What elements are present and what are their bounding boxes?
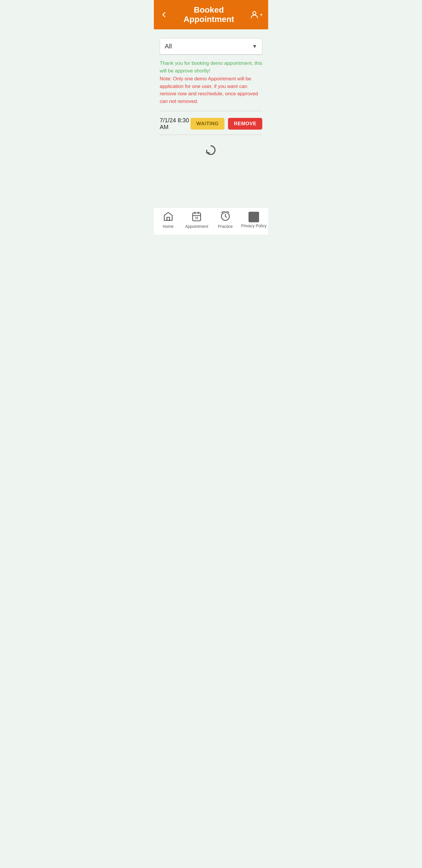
waiting-button[interactable]: WAITING: [191, 118, 225, 130]
user-menu-button[interactable]: ▾: [250, 10, 262, 19]
refresh-container: [160, 135, 262, 162]
filter-dropdown[interactable]: All ▼: [160, 38, 262, 55]
svg-text:31: 31: [195, 216, 198, 220]
filter-selected-label: All: [165, 42, 172, 50]
info-green-text: Thank you for booking demo appointment, …: [160, 60, 262, 74]
svg-rect-1: [167, 217, 169, 220]
nav-label-appointment: Appointment: [185, 224, 208, 229]
calendar-icon: 31: [191, 211, 202, 223]
nav-label-practice: Practice: [218, 224, 233, 229]
info-red-text: Note: Only one demo Appointment will be …: [160, 75, 262, 105]
nav-label-home: Home: [163, 224, 173, 229]
page-title: Booked Appointment: [168, 5, 250, 24]
appointment-datetime: 7/1/24 8:30 AM: [160, 117, 191, 130]
remove-button[interactable]: REMOVE: [228, 118, 262, 130]
nav-label-privacy: Privacy Policy: [241, 223, 267, 228]
nav-item-privacy[interactable]: Privacy Policy: [240, 212, 268, 228]
nav-item-practice[interactable]: Practice: [211, 211, 240, 229]
clock-icon: [220, 211, 231, 223]
svg-point-0: [253, 11, 256, 15]
back-button[interactable]: [160, 10, 168, 19]
info-divider: [160, 111, 262, 111]
info-message-block: Thank you for booking demo appointment, …: [160, 55, 262, 108]
nav-item-home[interactable]: Home: [154, 211, 183, 229]
appointment-actions: WAITING REMOVE: [191, 118, 262, 130]
chevron-down-icon: ▾: [260, 12, 262, 17]
nav-item-appointment[interactable]: 31 Appointment: [183, 211, 211, 229]
home-icon: [163, 211, 173, 223]
refresh-icon[interactable]: [204, 144, 218, 157]
bottom-nav: Home 31 Appointment Practice: [154, 207, 268, 235]
filter-arrow-icon: ▼: [252, 43, 257, 50]
appointment-row: 7/1/24 8:30 AM WAITING REMOVE: [160, 114, 262, 134]
main-content: All ▼ Thank you for booking demo appoint…: [154, 29, 268, 207]
privacy-box: [249, 212, 259, 222]
person-icon: [250, 10, 259, 19]
header: Booked Appointment ▾: [154, 0, 268, 29]
privacy-icon: [249, 212, 259, 222]
